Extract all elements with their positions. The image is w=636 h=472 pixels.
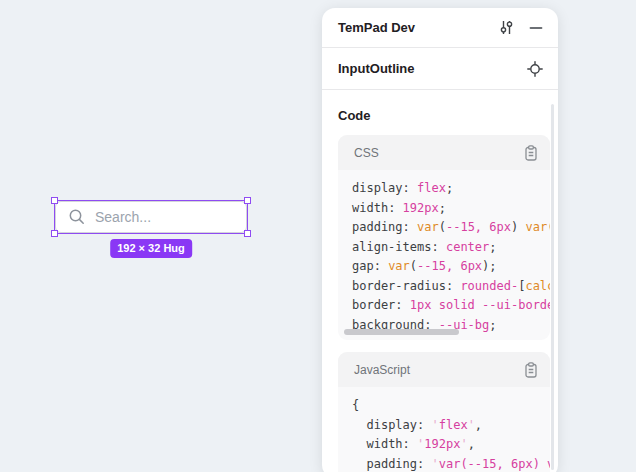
horizontal-scrollbar-thumb[interactable] (344, 329, 459, 335)
tempad-dev-plugin-panel: TemPad Dev InputOutline (322, 8, 558, 472)
search-placeholder-text: Search... (95, 210, 151, 224)
magnifier-icon (68, 208, 86, 226)
copy-clipboard-icon[interactable] (524, 145, 538, 161)
css-code-text[interactable]: display: flex;width: 192px;padding: var(… (338, 170, 550, 340)
javascript-code-text[interactable]: { display: 'flex', width: '192px', paddi… (338, 387, 550, 472)
panel-header: TemPad Dev (322, 8, 558, 48)
javascript-block-label: JavaScript (354, 363, 410, 377)
preferences-sliders-icon[interactable] (499, 20, 514, 35)
copy-clipboard-icon[interactable] (524, 362, 538, 378)
search-input-component[interactable]: Search... (55, 201, 247, 233)
javascript-block-header: JavaScript (338, 352, 550, 387)
selected-component-row: InputOutline (322, 48, 558, 90)
panel-title: TemPad Dev (338, 20, 415, 35)
component-name: InputOutline (338, 61, 415, 76)
css-code-block: CSS display: flex;width: 192px;padding: … (338, 135, 550, 340)
javascript-code-block: JavaScript { display: 'flex', width: '19… (338, 352, 550, 472)
vertical-scrollbar-thumb[interactable] (551, 104, 554, 470)
locate-crosshair-icon[interactable] (527, 61, 543, 77)
size-badge: 192 × 32 Hug (110, 239, 192, 258)
code-section-title: Code (338, 108, 546, 123)
css-block-header: CSS (338, 135, 550, 170)
css-block-label: CSS (354, 146, 379, 160)
code-section: Code CSS display: flex;width: 192px;padd… (322, 90, 558, 472)
minimize-icon[interactable] (529, 21, 543, 35)
